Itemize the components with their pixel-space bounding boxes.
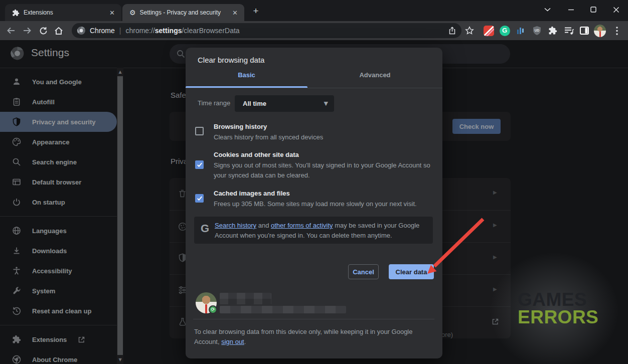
other-activity-link[interactable]: other forms of activity: [271, 222, 333, 229]
search-history-link[interactable]: Search history: [215, 222, 256, 229]
svg-text:UD: UD: [534, 29, 539, 32]
option-desc: Signs you out of most sites. You'll stay…: [214, 160, 437, 180]
option-desc: Frees up 305 MB. Some sites may load mor…: [214, 199, 437, 209]
reload-icon[interactable]: [36, 24, 50, 38]
watermark: GAMES ERRORS: [518, 291, 598, 326]
avatar-tie: [205, 304, 207, 313]
google-notice-text: Search history and other forms of activi…: [215, 221, 425, 241]
watermark-line1: GAMES: [518, 291, 598, 308]
option-desc: Clears history from all synced devices: [214, 132, 437, 142]
account-email-redacted: [220, 306, 346, 313]
tab-advanced[interactable]: Advanced: [314, 71, 436, 84]
gear-icon: ⚙: [129, 9, 136, 17]
profile-avatar[interactable]: [594, 25, 606, 37]
time-range-value: All time: [243, 100, 324, 107]
watermark-line2: ERRORS: [518, 308, 598, 326]
home-icon[interactable]: [52, 24, 66, 38]
cached-images-checkbox[interactable]: [195, 194, 204, 203]
chrome-logo-icon: [77, 26, 86, 35]
dialog-footer-text: To clear browsing data from this device …: [194, 327, 430, 347]
google-notice-box: G Search history and other forms of acti…: [194, 217, 433, 244]
tab-close-icon[interactable]: ✕: [231, 9, 239, 17]
new-tab-button[interactable]: +: [250, 6, 262, 18]
tab-settings-privacy[interactable]: ⚙ Settings - Privacy and security ✕: [122, 4, 244, 21]
engine-label: Chrome: [90, 27, 115, 35]
extensions-puzzle-icon[interactable]: [547, 25, 559, 37]
time-range-label: Time range: [198, 99, 230, 107]
tab-label: Extensions: [24, 9, 104, 16]
cookies-checkbox[interactable]: [195, 160, 204, 169]
sync-badge-icon: ⟳: [209, 305, 217, 314]
omnibox-separator: |: [119, 27, 121, 35]
playlist-extension-icon[interactable]: [563, 25, 575, 37]
option-title: Browsing history: [214, 123, 267, 130]
check-icon: [197, 162, 203, 167]
dropdown-caret-icon: ▼: [324, 100, 328, 107]
tab-search-chevron-icon[interactable]: [540, 3, 555, 16]
forward-icon[interactable]: [20, 24, 34, 38]
address-bar[interactable]: Chrome | chrome://settings/clearBrowserD…: [72, 23, 461, 38]
clear-browsing-data-dialog: Clear browsing data Basic Advanced Time …: [186, 48, 442, 358]
bars-extension-icon[interactable]: [515, 25, 527, 37]
account-name-redacted: [220, 293, 271, 304]
tab-close-icon[interactable]: ✕: [108, 9, 116, 17]
grammarly-extension-icon[interactable]: G: [499, 25, 511, 37]
puzzle-icon: [12, 9, 20, 17]
browser-menu-dots-icon[interactable]: [611, 25, 623, 37]
adblock-extension-icon[interactable]: [483, 25, 495, 37]
google-g-logo: G: [201, 222, 209, 235]
tabs-divider: [186, 88, 442, 88]
close-window-button[interactable]: [608, 3, 623, 16]
cancel-button[interactable]: Cancel: [348, 264, 379, 279]
tab-basic[interactable]: Basic: [186, 71, 307, 84]
ud-shield-extension-icon[interactable]: UD: [531, 25, 543, 37]
browsing-history-checkbox[interactable]: [195, 127, 204, 135]
back-icon[interactable]: [4, 24, 18, 38]
option-title: Cookies and other site data: [214, 151, 299, 158]
tab-extensions[interactable]: Extensions ✕: [5, 4, 121, 21]
account-divider: [193, 319, 434, 319]
option-title: Cached images and files: [214, 190, 290, 197]
maximize-button[interactable]: [586, 3, 601, 16]
time-range-select[interactable]: All time ▼: [235, 95, 334, 112]
tab-label: Settings - Privacy and security: [140, 9, 227, 16]
dialog-title: Clear browsing data: [198, 56, 264, 64]
url-text: chrome://settings/clearBrowserData: [125, 27, 239, 35]
sign-out-link[interactable]: sign out: [221, 338, 244, 345]
browser-toolbar: Chrome | chrome://settings/clearBrowserD…: [0, 21, 628, 40]
bookmark-star-icon[interactable]: [463, 25, 476, 37]
check-icon: [197, 196, 203, 201]
title-bar: Extensions ✕ ⚙ Settings - Privacy and se…: [0, 0, 628, 21]
minimize-button[interactable]: [563, 3, 578, 16]
share-icon[interactable]: [448, 27, 456, 35]
side-panel-icon[interactable]: [578, 25, 590, 37]
clear-data-button[interactable]: Clear data: [389, 264, 434, 279]
browser-window: Extensions ✕ ⚙ Settings - Privacy and se…: [0, 0, 628, 364]
